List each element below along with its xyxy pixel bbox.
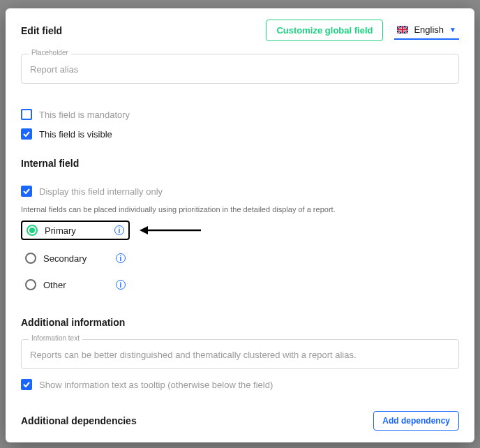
information-text-field[interactable]: Information text Reports can be better d… (21, 339, 459, 369)
priority-radio-group: Primary i Secondary i Other i (21, 221, 459, 303)
priority-secondary-row[interactable]: Secondary i (21, 250, 130, 267)
priority-primary-radio[interactable] (27, 225, 38, 236)
priority-secondary-radio[interactable] (25, 253, 36, 264)
mandatory-row: This field is mandatory (21, 109, 459, 120)
language-select[interactable]: English ▼ (394, 22, 459, 40)
internal-only-checkbox[interactable] (21, 186, 32, 197)
caret-down-icon: ▼ (449, 26, 456, 33)
arrow-left-icon (140, 224, 202, 237)
dependencies-title: Additional dependencies (21, 415, 137, 426)
visible-label: This field is visible (39, 129, 112, 140)
internal-section-title: Internal field (21, 158, 459, 169)
modal-title: Edit field (21, 25, 62, 36)
modal-header: Edit field Customize global field Englis… (21, 20, 459, 41)
tooltip-row: Show information text as tooltip (otherw… (21, 379, 459, 390)
internal-help-text: Internal fields can be placed individual… (21, 205, 459, 214)
svg-rect-4 (397, 29, 408, 30)
priority-secondary-label: Secondary (43, 253, 87, 264)
visible-row: This field is visible (21, 128, 459, 140)
mandatory-checkbox[interactable] (21, 109, 32, 120)
tooltip-label: Show information text as tooltip (otherw… (39, 380, 273, 390)
info-icon[interactable]: i (114, 225, 124, 235)
svg-marker-6 (140, 226, 148, 234)
header-right: Customize global field English ▼ (266, 20, 459, 41)
language-label: English (414, 24, 444, 35)
edit-field-modal: Edit field Customize global field Englis… (6, 8, 474, 442)
priority-primary-row[interactable]: Primary i (21, 221, 130, 240)
uk-flag-icon (397, 26, 408, 33)
info-icon[interactable]: i (116, 253, 126, 263)
placeholder-field[interactable]: Placeholder Report alias (21, 54, 459, 84)
information-text-legend: Information text (29, 334, 82, 342)
dependencies-header: Additional dependencies Add dependency (21, 411, 459, 431)
information-text-value: Reports can be better distinguished and … (30, 350, 450, 360)
priority-primary-label: Primary (45, 225, 76, 236)
priority-other-row[interactable]: Other i (21, 276, 130, 293)
mandatory-label: This field is mandatory (39, 110, 130, 120)
internal-only-label: Display this field internally only (39, 186, 163, 197)
placeholder-value: Report alias (30, 64, 450, 75)
tooltip-checkbox[interactable] (21, 379, 32, 390)
visible-checkbox[interactable] (21, 128, 32, 140)
add-dependency-button[interactable]: Add dependency (373, 411, 459, 431)
internal-only-row: Display this field internally only (21, 186, 459, 197)
info-icon[interactable]: i (116, 280, 126, 290)
priority-other-label: Other (43, 280, 66, 290)
additional-info-title: Additional information (21, 317, 459, 328)
priority-other-radio[interactable] (25, 279, 36, 290)
placeholder-legend: Placeholder (29, 49, 71, 57)
customize-global-field-button[interactable]: Customize global field (266, 20, 383, 41)
